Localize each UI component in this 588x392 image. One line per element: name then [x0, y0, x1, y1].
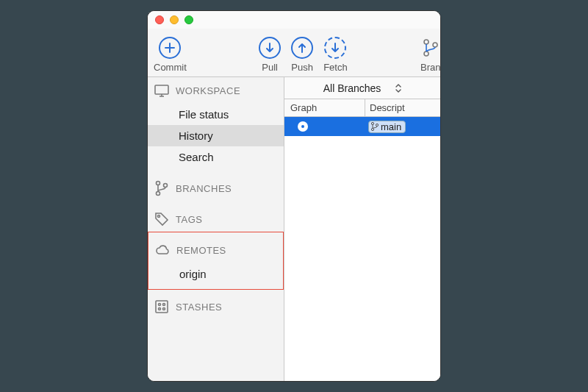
svg-rect-3	[155, 85, 168, 94]
toolbar: Commit Pull Push Fetch	[148, 29, 440, 77]
column-graph[interactable]: Graph	[284, 99, 365, 116]
svg-point-7	[158, 215, 160, 218]
arrow-down-icon	[259, 37, 281, 59]
plus-icon	[159, 37, 181, 59]
app-window: Commit Pull Push Fetch	[147, 10, 441, 382]
graph-cell	[284, 121, 365, 132]
arrow-up-icon	[291, 37, 313, 59]
svg-point-13	[371, 122, 373, 124]
branch-icon	[420, 37, 441, 59]
titlebar	[148, 11, 440, 29]
svg-point-5	[157, 192, 160, 196]
fetch-label: Fetch	[323, 62, 348, 73]
close-window-button[interactable]	[155, 15, 164, 24]
branch-filter-dropdown[interactable]: All Branches	[284, 77, 440, 99]
commit-button[interactable]: Commit	[154, 32, 187, 74]
sidebar-item-search[interactable]: Search	[148, 146, 284, 168]
commit-dot-icon	[298, 121, 308, 132]
branch-button[interactable]: Bran	[420, 32, 441, 74]
remotes-highlight-box: REMOTES origin	[148, 232, 284, 290]
svg-point-2	[433, 43, 437, 47]
svg-point-10	[163, 304, 165, 306]
column-headers: Graph Descript	[284, 99, 440, 117]
sidebar-section-workspace[interactable]: WORKSPACE	[148, 77, 284, 104]
svg-point-15	[376, 124, 378, 126]
svg-point-14	[371, 128, 373, 130]
cloud-icon	[154, 242, 171, 258]
sidebar-section-tags[interactable]: TAGS	[148, 206, 284, 232]
svg-rect-8	[156, 301, 168, 313]
description-cell: main	[365, 121, 440, 133]
tag-icon	[154, 211, 170, 227]
branches-title: BRANCHES	[176, 183, 278, 194]
svg-point-9	[159, 304, 161, 306]
branch-small-icon	[154, 180, 170, 196]
branch-label: Bran	[420, 62, 441, 73]
remotes-title: REMOTES	[176, 245, 277, 256]
sidebar-item-origin[interactable]: origin	[148, 263, 283, 289]
svg-point-6	[164, 184, 168, 188]
chevron-updown-icon	[395, 83, 401, 93]
tags-title: TAGS	[176, 214, 278, 225]
column-description[interactable]: Descript	[365, 99, 440, 116]
minimize-window-button[interactable]	[170, 15, 179, 24]
branch-tiny-icon	[370, 121, 379, 132]
zoom-window-button[interactable]	[184, 15, 193, 24]
commit-row[interactable]: main	[284, 117, 440, 136]
svg-point-4	[157, 182, 160, 185]
monitor-icon	[154, 82, 170, 99]
pull-button[interactable]: Pull	[259, 32, 281, 74]
main-panel: All Branches Graph Descript main	[284, 77, 440, 381]
sidebar-section-stashes[interactable]: STASHES	[148, 293, 284, 320]
sidebar-item-history[interactable]: History	[148, 125, 284, 146]
branch-name: main	[381, 121, 401, 132]
sidebar-section-remotes[interactable]: REMOTES	[148, 237, 283, 263]
branch-badge[interactable]: main	[368, 121, 406, 133]
filter-label: All Branches	[323, 82, 381, 94]
commit-label: Commit	[154, 62, 187, 73]
push-label: Push	[291, 62, 313, 73]
stashes-title: STASHES	[176, 302, 278, 313]
pull-label: Pull	[262, 62, 278, 73]
svg-point-11	[159, 308, 161, 310]
push-button[interactable]: Push	[291, 32, 313, 74]
arrow-down-dashed-icon	[324, 37, 346, 59]
sidebar-item-file-status[interactable]: File status	[148, 104, 284, 125]
sidebar-section-branches[interactable]: BRANCHES	[148, 175, 284, 202]
stash-icon	[154, 299, 170, 315]
content-area: WORKSPACE File status History Search BRA…	[148, 77, 440, 381]
svg-point-0	[424, 40, 429, 44]
workspace-title: WORKSPACE	[176, 85, 278, 96]
svg-point-12	[163, 308, 165, 310]
fetch-button[interactable]: Fetch	[323, 32, 348, 74]
sidebar: WORKSPACE File status History Search BRA…	[148, 77, 284, 381]
svg-point-1	[424, 51, 429, 56]
